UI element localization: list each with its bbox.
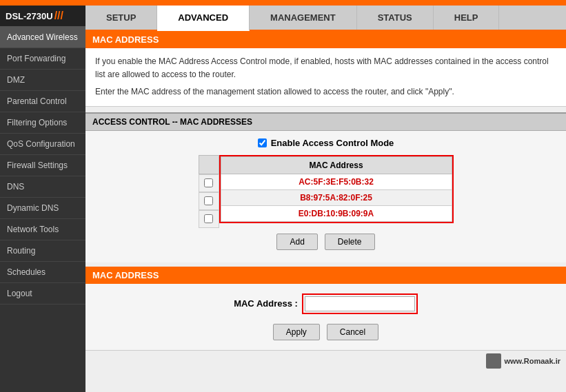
- checkbox-column: [199, 155, 219, 228]
- add-button[interactable]: Add: [276, 234, 317, 250]
- sidebar-item-logout[interactable]: Logout: [0, 283, 85, 305]
- mac-input-field-wrapper: [302, 293, 418, 314]
- sidebar-item-advanced-wireless[interactable]: Advanced Wireless: [0, 27, 85, 48]
- checkbox-header: [199, 155, 219, 174]
- top-nav: SETUP ADVANCED MANAGEMENT STATUS HELP: [85, 6, 566, 31]
- content-area: MAC ADDRESS If you enable the MAC Addres…: [85, 31, 566, 392]
- checkbox-cell-1: [199, 174, 219, 192]
- mac-table-col-header: MAC Address: [221, 156, 452, 174]
- access-control-body: Enable Access Control Mode: [85, 131, 566, 262]
- enable-access-control-label: Enable Access Control Mode: [271, 138, 394, 148]
- mac-input-body: MAC Address : Apply Cancel: [85, 284, 566, 350]
- sidebar-item-routing[interactable]: Routing: [0, 240, 85, 262]
- mac-table-row: B8:97:5A:82:0F:25: [221, 189, 452, 205]
- nav-status[interactable]: STATUS: [357, 6, 434, 30]
- mac-row-checkbox-2[interactable]: [204, 196, 213, 205]
- mac-table-row: E0:DB:10:9B:09:9A: [221, 205, 452, 221]
- info-box: If you enable the MAC Address Access Con…: [85, 48, 566, 107]
- checkbox-cell-2: [199, 192, 219, 210]
- mac-row-checkbox-3[interactable]: [204, 214, 213, 223]
- mac-table-outer: MAC Address AC:5F:3E:F5:0B:32 B8:97:5A:8…: [92, 155, 559, 228]
- mac-input-label: MAC Address :: [234, 298, 298, 309]
- mac-table-row: AC:5F:3E:F5:0B:32: [221, 174, 452, 189]
- info-text-2: Enter the MAC address of the management …: [95, 85, 556, 99]
- sidebar-item-dynamic-dns[interactable]: Dynamic DNS: [0, 198, 85, 219]
- sidebar-item-dns[interactable]: DNS: [0, 176, 85, 198]
- sidebar-item-parental-control[interactable]: Parental Control: [0, 91, 85, 112]
- sidebar-item-network-tools[interactable]: Network Tools: [0, 219, 85, 240]
- sidebar: DSL-2730U /// Advanced Wireless Port For…: [0, 6, 85, 392]
- top-orange-bar: [0, 0, 566, 6]
- add-delete-row: Add Delete: [92, 234, 559, 250]
- nav-help[interactable]: HELP: [434, 6, 500, 30]
- mac-addr-1: AC:5F:3E:F5:0B:32: [221, 174, 452, 189]
- enable-access-control-checkbox[interactable]: [258, 138, 267, 147]
- apply-cancel-row: Apply Cancel: [92, 324, 559, 340]
- mac-input-section-header: MAC ADDRESS: [85, 267, 566, 284]
- main-content: SETUP ADVANCED MANAGEMENT STATUS HELP MA…: [85, 6, 566, 392]
- access-control-header: ACCESS CONTROL -- MAC ADDRESSES: [85, 112, 566, 131]
- info-text-1: If you enable the MAC Address Access Con…: [95, 55, 556, 81]
- apply-button[interactable]: Apply: [273, 324, 320, 340]
- footer-icon: [486, 353, 501, 369]
- delete-button[interactable]: Delete: [325, 234, 375, 250]
- mac-address-header: MAC ADDRESS: [85, 31, 566, 48]
- checkbox-cell-3: [199, 210, 219, 228]
- footer-text: www.Romaak.ir: [504, 357, 560, 365]
- cancel-button[interactable]: Cancel: [327, 324, 378, 340]
- enable-access-control-row: Enable Access Control Mode: [92, 138, 559, 148]
- sidebar-item-schedules[interactable]: Schedules: [0, 262, 85, 283]
- mac-table-wrapper: MAC Address AC:5F:3E:F5:0B:32 B8:97:5A:8…: [219, 155, 454, 223]
- sidebar-item-qos-configuration[interactable]: QoS Configuration: [0, 134, 85, 155]
- nav-advanced[interactable]: ADVANCED: [157, 6, 250, 31]
- mac-row-checkbox-1[interactable]: [204, 178, 213, 187]
- mac-address-input[interactable]: [305, 296, 415, 311]
- logo-slashes: ///: [54, 10, 63, 22]
- mac-input-row: MAC Address :: [92, 293, 559, 314]
- nav-management[interactable]: MANAGEMENT: [250, 6, 357, 30]
- nav-setup[interactable]: SETUP: [85, 6, 157, 30]
- mac-input-section: MAC ADDRESS MAC Address : Apply Cancel: [85, 267, 566, 350]
- sidebar-item-firewall-settings[interactable]: Firewall Settings: [0, 155, 85, 176]
- footer-logo: www.Romaak.ir: [486, 353, 560, 369]
- mac-addr-3: E0:DB:10:9B:09:9A: [221, 205, 452, 221]
- sidebar-item-port-forwarding[interactable]: Port Forwarding: [0, 48, 85, 70]
- sidebar-item-filtering-options[interactable]: Filtering Options: [0, 112, 85, 134]
- sidebar-item-dmz[interactable]: DMZ: [0, 70, 85, 91]
- mac-addr-2: B8:97:5A:82:0F:25: [221, 189, 452, 205]
- mac-table: MAC Address AC:5F:3E:F5:0B:32 B8:97:5A:8…: [221, 156, 452, 222]
- sidebar-logo: DSL-2730U ///: [0, 6, 85, 27]
- footer-bar: www.Romaak.ir: [85, 350, 566, 371]
- device-model: DSL-2730U: [6, 11, 53, 21]
